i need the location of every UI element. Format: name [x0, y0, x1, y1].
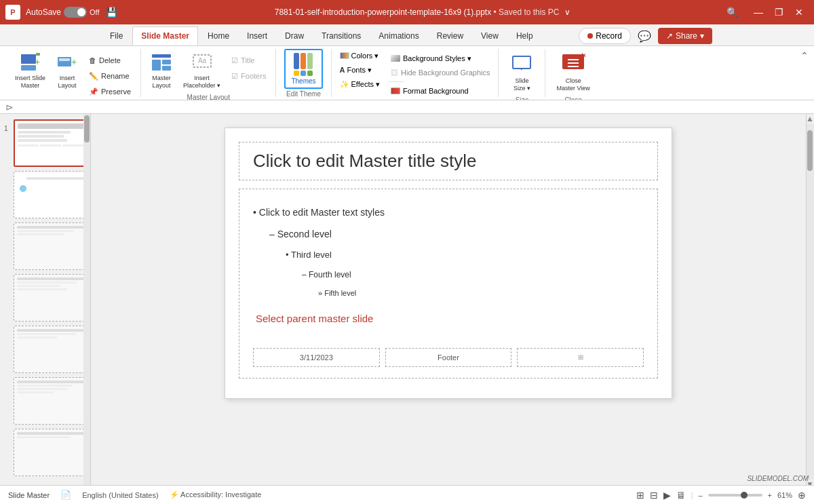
search-icon[interactable]: 🔍 [726, 7, 738, 18]
save-icon[interactable]: 💾 [105, 5, 119, 19]
tab-draw[interactable]: Draw [277, 26, 312, 45]
slide-size-button[interactable]: ▾ SlideSize ▾ [504, 49, 539, 95]
tab-animations[interactable]: Animations [370, 26, 427, 45]
effects-button[interactable]: ✨ Effects ▾ [337, 77, 383, 91]
tab-file[interactable]: File [102, 26, 131, 45]
ribbon-group-background: Colors ▾ A Fonts ▾ ✨ Effects ▾ Backgroun… [332, 49, 499, 97]
insert-layout-button[interactable]: + InsertLayout [52, 49, 82, 92]
insert-placeholder-button[interactable]: Aa InsertPlaceholder ▾ [179, 49, 225, 92]
tab-transitions[interactable]: Transitions [313, 26, 369, 45]
ribbon-collapse-btn[interactable]: ⌃ [800, 49, 809, 97]
select-parent-text: Select parent master slide [253, 309, 644, 329]
tab-slide-master[interactable]: Slide Master [132, 26, 198, 45]
svg-rect-0 [21, 54, 36, 64]
slide-footer: 3/11/2023 Footer ⊞ [253, 348, 644, 367]
content-level5: Fifth level [253, 286, 644, 301]
slide-content-box[interactable]: Click to edit Master text styles Second … [239, 189, 658, 379]
layout-checks: ☑ Title ☑ Footers [227, 53, 270, 83]
tab-insert[interactable]: Insert [239, 26, 275, 45]
status-language: English (United States) [82, 491, 159, 499]
record-button[interactable]: Record [579, 28, 631, 44]
delete-button[interactable]: 🗑 Delete [85, 53, 135, 68]
insert-slide-master-button[interactable]: + Insert SlideMaster [11, 49, 50, 92]
close-master-icon: ✕ [561, 52, 585, 76]
close-master-button[interactable]: ✕ CloseMaster View [551, 49, 595, 95]
minimize-button[interactable]: — [749, 3, 768, 22]
slide-thumb-2[interactable] [14, 171, 88, 218]
footer-page-box[interactable]: ⊞ [517, 348, 644, 367]
slide-thumb-1[interactable] [14, 119, 88, 167]
svg-rect-1 [21, 65, 36, 71]
master-layout-button[interactable]: MasterLayout [147, 49, 176, 92]
scroll-thumb[interactable] [807, 130, 813, 171]
slide-item-3 [3, 222, 88, 270]
watermark: SLIDEMODEL.COM [747, 475, 809, 482]
right-scrollbar[interactable]: ▲ ▼ ◆ [806, 114, 814, 499]
themes-button[interactable]: Themes [284, 49, 322, 89]
scroll-up-btn[interactable]: ▲ [807, 114, 813, 123]
master-layout-group-label: Master Layout [187, 94, 230, 100]
preserve-button[interactable]: 📌 Preserve [85, 84, 135, 99]
slide-title-box[interactable]: Click to edit Master title style [239, 142, 658, 180]
share-icon: ↗ [666, 31, 673, 41]
panel-scrollbar[interactable] [83, 114, 90, 499]
footer-center-box[interactable]: Footer [385, 348, 512, 367]
slide-thumb-3[interactable] [14, 222, 88, 270]
svg-rect-9 [162, 60, 171, 64]
saved-label: • Saved to this PC [494, 7, 560, 17]
share-arrow: ▾ [700, 31, 704, 41]
comment-button[interactable]: 💬 [636, 28, 653, 44]
footer-date-box[interactable]: 3/11/2023 [253, 348, 380, 367]
zoom-minus[interactable]: – [698, 491, 702, 499]
fit-slide-btn[interactable]: ⊕ [798, 490, 806, 501]
tab-help[interactable]: Help [508, 26, 541, 45]
autosave-area: AutoSave Off [26, 7, 100, 18]
hide-bg-button[interactable]: 🖼 Hide Background Graphics [388, 66, 492, 79]
slide-sorter-btn[interactable]: ⊟ [650, 490, 658, 501]
ribbon: + Insert SlideMaster + InsertLayout 🗑 De… [0, 46, 814, 100]
app-logo: P [5, 5, 20, 20]
share-label: Share [676, 31, 697, 41]
dropdown-arrow[interactable]: ∨ [564, 7, 570, 17]
slide-canvas[interactable]: Click to edit Master title style Click t… [225, 128, 672, 399]
slide-item-5 [3, 326, 88, 373]
tab-home[interactable]: Home [199, 26, 237, 45]
slide-thumb-6[interactable] [14, 377, 88, 425]
slideshow-btn[interactable]: 🖥 [676, 490, 686, 501]
ribbon-group-edit-master: + Insert SlideMaster + InsertLayout 🗑 De… [5, 49, 141, 97]
zoom-level[interactable]: 61% [777, 491, 792, 499]
slide-thumb-5[interactable] [14, 326, 88, 373]
tab-review[interactable]: Review [429, 26, 471, 45]
normal-mode-btn[interactable]: ⊞ [636, 490, 644, 501]
autosave-state: Off [90, 8, 99, 16]
content-level2: Second level [253, 225, 644, 244]
panel-scroll-thumb[interactable] [84, 115, 90, 142]
ribbon-group-size: ▾ SlideSize ▾ Size [499, 49, 545, 97]
autosave-toggle[interactable] [64, 7, 87, 18]
footers-label: Footers [241, 72, 266, 80]
rename-button[interactable]: ✏️ Rename [85, 69, 135, 83]
svg-rect-2 [36, 53, 40, 56]
content-level4: Fourth level [253, 267, 644, 283]
reading-view-btn[interactable]: ▶ [663, 490, 671, 501]
normal-view-icon[interactable]: 📄 [60, 490, 71, 500]
slide-thumb-4[interactable] [14, 274, 88, 322]
format-bg-button[interactable]: Format Background [388, 84, 492, 98]
fonts-button[interactable]: A Fonts ▾ [337, 63, 383, 77]
app-body: 1 [0, 114, 814, 499]
background-styles-button[interactable]: Background Styles ▾ [388, 52, 492, 65]
slide-thumb-7[interactable] [14, 429, 88, 476]
preserve-label: Preserve [101, 88, 131, 96]
accessibility-label[interactable]: ⚡ Accessibility: Investigate [170, 490, 262, 499]
zoom-plus[interactable]: + [768, 491, 772, 499]
restore-button[interactable]: ❐ [769, 3, 788, 22]
footers-check: ☑ Footers [227, 69, 270, 83]
share-button[interactable]: ↗ Share ▾ [658, 28, 712, 44]
tab-view[interactable]: View [473, 26, 507, 45]
title-label: Title [241, 56, 254, 64]
themes-label: Themes [291, 77, 315, 85]
close-button[interactable]: ✕ [790, 3, 809, 22]
title-check: ☑ Title [227, 53, 270, 68]
zoom-slider[interactable] [708, 494, 762, 497]
colors-button[interactable]: Colors ▾ [337, 49, 383, 62]
